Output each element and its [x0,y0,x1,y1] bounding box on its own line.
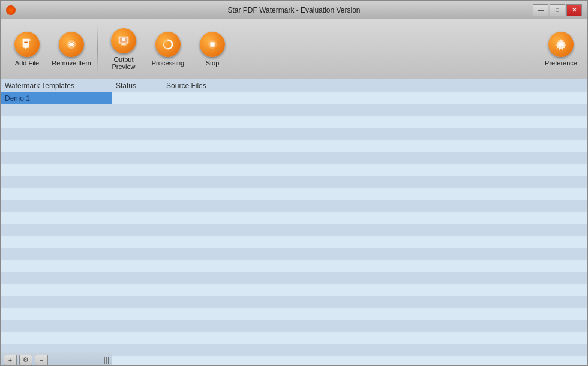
list-item[interactable] [1,200,112,212]
add-file-button[interactable]: Add File [6,23,48,74]
svg-point-11 [122,38,125,41]
add-file-label: Add File [15,59,39,67]
maximize-button[interactable]: □ [550,4,565,16]
panel-footer: + ⚙ − ||| [1,352,112,366]
svg-rect-13 [121,44,126,45]
output-preview-label: Output Preview [103,56,145,70]
app-icon [6,5,16,15]
list-item[interactable] [1,176,112,188]
table-row [112,296,587,308]
svg-rect-1 [28,38,31,41]
remove-template-button[interactable]: − [35,355,48,365]
list-item[interactable] [1,104,112,116]
source-files-column-header: Source Files [166,82,206,90]
preference-button[interactable]: Preference [540,23,582,74]
output-preview-icon [111,28,136,53]
left-panel: Watermark Templates Demo 1 + ⚙ − ||| [1,79,112,366]
list-item[interactable] [1,152,112,164]
list-item[interactable] [1,260,112,272]
list-item[interactable] [1,164,112,176]
table-row [112,200,587,212]
table-row [112,332,587,344]
svg-rect-12 [122,43,125,44]
table-row [112,284,587,296]
preference-icon [548,32,574,57]
window-title: Star PDF Watermark - Evaluation Version [228,6,361,14]
list-item[interactable] [1,296,112,308]
table-row [112,224,587,236]
list-item[interactable] [1,140,112,152]
table-row [112,236,587,248]
list-item[interactable] [1,236,112,248]
settings-template-button[interactable]: ⚙ [19,355,32,365]
processing-button[interactable]: Processing [147,23,189,74]
remove-item-label: Remove Item [52,59,91,67]
list-item[interactable] [1,116,112,128]
table-row [112,164,587,176]
list-item[interactable] [1,188,112,200]
stop-label: Stop [206,59,220,67]
list-item[interactable] [1,248,112,260]
table-row [112,356,587,366]
table-row [112,104,587,116]
table-row [112,344,587,356]
table-row [112,260,587,272]
right-panel-header: Status Source Files [112,79,587,92]
remove-item-button[interactable]: Remove Item [50,23,92,74]
list-item[interactable] [1,284,112,296]
title-bar-left [6,5,19,15]
files-list [112,92,587,366]
toolbar: Add File Remove Item Output Preview [1,19,587,79]
table-row [112,116,587,128]
minimize-button[interactable]: — [533,4,548,16]
list-item[interactable] [1,344,112,352]
watermark-templates-header: Watermark Templates [1,79,112,92]
toolbar-separator-2 [535,25,535,73]
status-column-header: Status [116,82,136,90]
list-item[interactable] [1,320,112,332]
toolbar-separator-1 [97,25,98,73]
list-item[interactable] [1,308,112,320]
table-row [112,308,587,320]
stop-button[interactable]: Stop [191,23,233,74]
title-bar: Star PDF Watermark - Evaluation Version … [1,1,587,19]
table-row [112,248,587,260]
list-item[interactable] [1,212,112,224]
table-row [112,320,587,332]
resize-handle[interactable]: ||| [104,356,109,364]
table-row [112,152,587,164]
remove-item-icon [59,32,84,57]
table-row [112,212,587,224]
list-item[interactable] [1,128,112,140]
right-panel: Status Source Files [112,79,587,366]
processing-icon [155,32,181,57]
watermark-templates-list: Demo 1 [1,92,112,352]
close-button[interactable]: ✕ [566,4,582,16]
output-preview-button[interactable]: Output Preview [103,23,145,74]
table-row [112,272,587,284]
table-row [112,128,587,140]
preference-label: Preference [545,59,577,67]
table-row [112,140,587,152]
stop-icon [200,32,225,57]
table-row [112,176,587,188]
add-template-button[interactable]: + [4,355,17,365]
list-item[interactable] [1,272,112,284]
processing-label: Processing [152,59,184,67]
svg-rect-16 [210,42,214,46]
list-item[interactable] [1,224,112,236]
list-item[interactable] [1,332,112,344]
main-content: Watermark Templates Demo 1 + ⚙ − ||| Sta… [1,79,587,366]
title-bar-controls: — □ ✕ [533,4,582,16]
add-file-icon [14,32,40,57]
table-row [112,92,587,104]
list-item[interactable]: Demo 1 [1,92,112,104]
table-row [112,188,587,200]
